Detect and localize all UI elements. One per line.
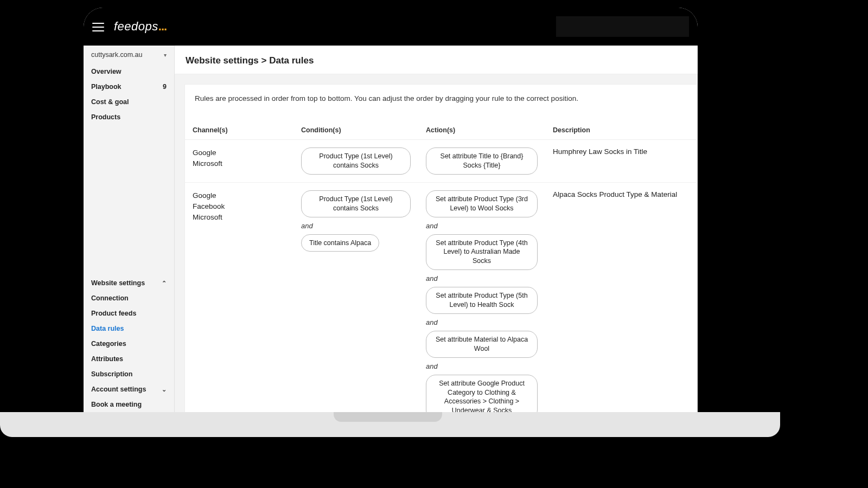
action-chip[interactable]: Set attribute Material to Alpaca Wool [426, 331, 538, 358]
channel-list: Google Microsoft [193, 147, 286, 170]
chevron-down-icon: ▾ [164, 52, 167, 58]
nav-top: Overview Playbook 9 Cost & goal Products [84, 64, 174, 125]
sidebar-item-label: Cost & goal [91, 98, 129, 106]
site-selector[interactable]: cuttysark.com.au ▾ [84, 46, 174, 64]
col-header-channels: Channel(s) [185, 121, 293, 140]
sidebar-item-products[interactable]: Products [84, 110, 174, 125]
sidebar: cuttysark.com.au ▾ Overview Playbook 9 C… [84, 46, 175, 412]
sidebar-item-book-meeting[interactable]: Book a meeting [84, 397, 174, 412]
action-chip[interactable]: Set attribute Product Type (5th Level) t… [426, 287, 538, 314]
action-chip[interactable]: Set attribute Google Product Category to… [426, 375, 538, 412]
nav-spacer [84, 125, 174, 275]
and-label: and [426, 220, 438, 232]
sidebar-group-website-settings[interactable]: Website settings ⌃ [84, 275, 174, 291]
condition-list: Product Type (1st Level) contains Socks [301, 147, 411, 175]
rules-table: Channel(s) Condition(s) Action(s) Descri… [185, 121, 697, 412]
sidebar-item-label: Categories [91, 340, 126, 348]
site-selector-label: cuttysark.com.au [91, 51, 142, 59]
sidebar-item-playbook[interactable]: Playbook 9 [84, 79, 174, 94]
sidebar-item-label: Playbook [91, 83, 122, 91]
app-logo: feedops... [114, 20, 167, 34]
sidebar-item-label: Overview [91, 68, 122, 75]
rules-panel: Rules are processed in order from top to… [184, 84, 698, 412]
sidebar-item-attributes[interactable]: Attributes [84, 351, 174, 367]
topbar: feedops... [84, 8, 698, 46]
rule-description: Humphrey Law Socks in Title [553, 147, 690, 156]
account-menu-placeholder[interactable] [556, 16, 689, 37]
sidebar-item-product-feeds[interactable]: Product feeds [84, 306, 174, 321]
sidebar-item-cost-goal[interactable]: Cost & goal [84, 94, 174, 110]
channel-value: Microsoft [193, 212, 286, 223]
sidebar-item-label: Product feeds [91, 310, 136, 317]
sidebar-item-label: Connection [91, 294, 129, 302]
breadcrumb-text: Website settings > Data rules [186, 55, 314, 66]
sidebar-item-categories[interactable]: Categories [84, 336, 174, 351]
sidebar-item-label: Products [91, 113, 120, 121]
sidebar-item-data-rules[interactable]: Data rules [84, 321, 174, 336]
nav-bottom: Website settings ⌃ Connection Product fe… [84, 275, 174, 412]
laptop-frame: feedops... cuttysark.com.au ▾ Overview P… [76, 0, 705, 412]
condition-list: Product Type (1st Level) contains Socks … [301, 190, 411, 252]
rule-description: Alpaca Socks Product Type & Material [553, 190, 690, 198]
laptop-notch [334, 412, 442, 422]
action-chip[interactable]: Set attribute Title to {Brand} Socks {Ti… [426, 147, 538, 175]
info-emphasis: dragging your rule to the correct positi… [445, 94, 578, 102]
channel-value: Microsoft [193, 158, 286, 169]
breadcrumb: Website settings > Data rules [175, 46, 698, 74]
table-row[interactable]: Google Facebook Microsoft Product Type (… [185, 182, 697, 412]
chevron-up-icon: ⌃ [162, 280, 167, 287]
sidebar-item-label: Book a meeting [91, 401, 142, 408]
sidebar-item-label: Website settings [91, 279, 145, 287]
condition-chip[interactable]: Title contains Alpaca [301, 234, 379, 252]
action-list: Set attribute Product Type (3rd Level) t… [426, 190, 538, 412]
sidebar-item-connection[interactable]: Connection [84, 291, 174, 306]
action-list: Set attribute Title to {Brand} Socks {Ti… [426, 147, 538, 175]
hamburger-icon[interactable] [92, 23, 104, 31]
table-row[interactable]: Google Microsoft Product Type (1st Level… [185, 140, 697, 183]
chevron-down-icon: ⌄ [162, 386, 167, 393]
and-label: and [426, 316, 438, 329]
playbook-badge: 9 [163, 83, 167, 91]
logo-text: feedops [114, 20, 158, 33]
info-prefix: Rules are processed in order from top to… [195, 94, 445, 102]
sidebar-item-label: Attributes [91, 355, 123, 363]
col-header-conditions: Condition(s) [293, 121, 418, 140]
body-area: cuttysark.com.au ▾ Overview Playbook 9 C… [84, 46, 698, 412]
main-content: Website settings > Data rules Rules are … [175, 46, 698, 412]
condition-chip[interactable]: Product Type (1st Level) contains Socks [301, 147, 411, 175]
action-chip[interactable]: Set attribute Product Type (3rd Level) t… [426, 190, 538, 217]
channel-value: Facebook [193, 201, 286, 212]
action-chip[interactable]: Set attribute Product Type (4th Level) t… [426, 234, 538, 271]
sidebar-item-overview[interactable]: Overview [84, 64, 174, 79]
content-wrap: Rules are processed in order from top to… [175, 74, 698, 412]
sidebar-item-subscription[interactable]: Subscription [84, 367, 174, 382]
and-label: and [426, 360, 438, 373]
channel-list: Google Facebook Microsoft [193, 190, 286, 223]
sidebar-item-label: Data rules [91, 325, 124, 332]
col-header-actions: Action(s) [418, 121, 545, 140]
sidebar-item-label: Account settings [91, 386, 146, 393]
sidebar-item-label: Subscription [91, 370, 132, 378]
logo-dots: ... [158, 20, 167, 33]
and-label: and [301, 220, 313, 232]
sidebar-group-account-settings[interactable]: Account settings ⌄ [84, 382, 174, 397]
condition-chip[interactable]: Product Type (1st Level) contains Socks [301, 190, 411, 217]
channel-value: Google [193, 190, 286, 201]
col-header-description: Description [545, 121, 697, 140]
channel-value: Google [193, 147, 286, 158]
info-text: Rules are processed in order from top to… [185, 85, 697, 121]
app-screen: feedops... cuttysark.com.au ▾ Overview P… [84, 8, 698, 412]
and-label: and [426, 272, 438, 285]
